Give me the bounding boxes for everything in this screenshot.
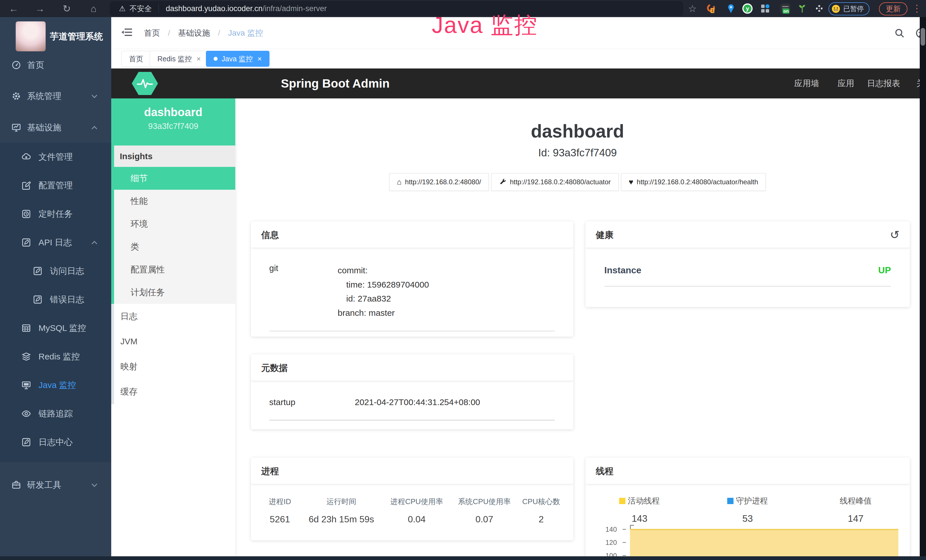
browser-update-button[interactable]: 更新 <box>879 2 908 15</box>
info-value: commit: time: 1596289704000 id: 27aa832 … <box>337 263 429 320</box>
browser-back-icon[interactable]: ← <box>5 0 22 17</box>
not-secure-warning-icon: ⚠ <box>119 4 126 13</box>
extension-dark-icon[interactable]: on <box>780 3 791 14</box>
extension-plant-icon[interactable] <box>797 3 807 14</box>
sidebar-item-tracing[interactable]: 链路追踪 <box>0 400 111 428</box>
gray-indicator-strip <box>111 304 114 404</box>
extension-y-icon[interactable]: y <box>742 3 753 14</box>
annotation-text: Java 监控 <box>432 14 538 36</box>
info-card: 信息 git commit: time: 1596289704000 id: 2… <box>251 221 573 337</box>
close-icon[interactable]: × <box>197 54 201 64</box>
sidebar-item-file-mgmt[interactable]: 文件管理 <box>0 143 111 171</box>
actuator-url-button[interactable]: http://192.168.0.2:48080/actuator <box>492 173 619 191</box>
extension-pin-icon[interactable] <box>726 3 736 14</box>
sidebar-item-error-log[interactable]: 错误日志 <box>0 285 111 314</box>
home-icon: ⌂ <box>397 178 401 186</box>
page-scrollbar[interactable] <box>920 17 926 560</box>
profile-paused-badge[interactable]: 已暂停 <box>828 2 870 15</box>
process-table-values: 5261 6d 23h 15m 59s 0.04 0.07 2 <box>259 514 566 525</box>
window-bottom-edge <box>0 556 926 560</box>
extensions-puzzle-icon[interactable] <box>814 3 825 14</box>
tab-java-monitor[interactable]: Java 监控× <box>206 51 269 67</box>
sidebar-item-redis-monitor[interactable]: Redis 监控 <box>0 342 111 371</box>
sba-item-logs[interactable]: 日志 <box>111 304 235 329</box>
sidebar-item-home[interactable]: 首页 <box>0 55 111 75</box>
sba-nav-journal[interactable]: 日志报表 <box>867 68 900 98</box>
breadcrumb-home[interactable]: 首页 <box>144 29 160 37</box>
sba-nav-applications[interactable]: 应用 <box>838 68 854 98</box>
sidebar-item-scheduled-jobs[interactable]: 定时任务 <box>0 200 111 228</box>
extension-count-badge: 1 <box>710 8 714 13</box>
info-key: git <box>269 263 337 320</box>
collapse-sidebar-icon[interactable] <box>121 27 133 38</box>
sidebar-item-java-monitor[interactable]: Java 监控 <box>0 371 111 400</box>
threads-legend: 活动线程 守护进程 线程峰值 <box>586 495 910 506</box>
edit-square-icon <box>33 266 42 276</box>
status-badge: UP <box>878 265 891 275</box>
tab-home[interactable]: 首页 <box>121 51 151 67</box>
bookmark-star-icon[interactable]: ☆ <box>684 0 701 17</box>
health-instance-row[interactable]: Instance UP <box>604 265 891 275</box>
sba-item-details[interactable]: 细节 <box>111 167 235 190</box>
spring-boot-admin-logo[interactable] <box>132 72 158 95</box>
sba-root-items: 日志 JVM 映射 缓存 <box>111 304 235 404</box>
extension-on-badge: on <box>782 9 790 14</box>
live-threads-area <box>630 529 898 560</box>
address-bar[interactable]: ⚠ 不安全 dashboard.yudao.iocoder.cn/infra/a… <box>110 1 683 16</box>
app-logo-image <box>16 21 45 51</box>
close-icon[interactable]: × <box>257 54 262 64</box>
sba-item-metrics[interactable]: 性能 <box>111 190 235 212</box>
sba-main-content: dashboard Id: 93a3fc7f7409 ⌂ http://192.… <box>235 98 920 560</box>
sba-section-insights: Insights <box>111 145 235 167</box>
sidebar-item-config-mgmt[interactable]: 配置管理 <box>0 171 111 200</box>
extension-grid-icon[interactable] <box>760 3 770 14</box>
breadcrumb-infra[interactable]: 基础设施 <box>178 29 210 37</box>
sba-item-jvm[interactable]: JVM <box>111 329 235 354</box>
address-divider <box>159 4 159 13</box>
sidebar-item-system-mgmt[interactable]: 系统管理 <box>0 86 111 106</box>
sba-item-config-props[interactable]: 配置属性 <box>111 258 235 281</box>
spring-boot-admin-title[interactable]: Spring Boot Admin <box>281 68 390 98</box>
extension-orange-icon[interactable]: 1 <box>706 3 716 14</box>
search-icon[interactable] <box>894 17 905 49</box>
health-url-button[interactable]: ♥ http://192.168.0.2:48080/actuator/heal… <box>621 173 766 191</box>
paused-label: 已暂停 <box>843 4 864 14</box>
sidebar-item-dev-tools[interactable]: 研发工具 <box>0 475 111 495</box>
sidebar-item-api-log[interactable]: API 日志 <box>0 228 111 257</box>
sba-item-scheduled-tasks[interactable]: 计划任务 <box>111 281 235 304</box>
browser-home-icon[interactable]: ⌂ <box>85 0 102 17</box>
metadata-card-title: 元数据 <box>251 354 573 381</box>
breadcrumb-current: Java 监控 <box>228 29 263 37</box>
app-sidebar: 芋道管理系统 首页 系统管理 基础设施 文件管理 配置管理 定时任务 API 日… <box>0 17 111 560</box>
sba-nav-wallboard[interactable]: 应用墙 <box>794 68 819 98</box>
metadata-card: 元数据 startup 2021-04-27T00:44:31.254+08:0… <box>251 354 573 429</box>
sba-item-mappings[interactable]: 映射 <box>111 354 235 379</box>
url-path: /infra/admin-server <box>263 4 327 13</box>
sidebar-item-infrastructure[interactable]: 基础设施 <box>0 118 111 138</box>
sba-item-environment[interactable]: 环境 <box>111 212 235 235</box>
page-tab-bar: 首页 Redis 监控× Java 监控× <box>111 49 920 68</box>
heartbeat-icon: ♥ <box>629 178 633 186</box>
not-secure-label: 不安全 <box>130 4 152 14</box>
divider <box>269 331 555 331</box>
chevron-up-icon <box>92 241 97 247</box>
sidebar-item-access-log[interactable]: 访问日志 <box>0 257 111 285</box>
sba-item-classes[interactable]: 类 <box>111 235 235 258</box>
app-title: 芋道管理系统 <box>50 21 103 51</box>
history-icon[interactable]: ↺ <box>890 221 899 248</box>
daemon-threads-value: 53 <box>694 513 802 524</box>
scrollbar-thumb[interactable] <box>921 28 925 45</box>
browser-forward-icon[interactable]: → <box>31 0 48 17</box>
tab-redis-monitor[interactable]: Redis 监控× <box>150 51 209 67</box>
service-url-button[interactable]: ⌂ http://192.168.0.2:48080/ <box>389 173 489 191</box>
browser-menu-icon[interactable]: ⋮ <box>912 0 922 17</box>
browser-reload-icon[interactable]: ↻ <box>58 0 75 17</box>
sba-instance-header[interactable]: dashboard 93a3fc7f7409 <box>111 98 235 145</box>
tick-mark <box>623 529 626 530</box>
sidebar-item-mysql-monitor[interactable]: MySQL 监控 <box>0 314 111 342</box>
sba-item-caches[interactable]: 缓存 <box>111 379 235 404</box>
legend-swatch-live <box>619 498 625 504</box>
metadata-row: startup 2021-04-27T00:44:31.254+08:00 <box>269 397 555 407</box>
gear-icon <box>11 91 21 101</box>
sidebar-item-log-center[interactable]: 日志中心 <box>0 428 111 456</box>
